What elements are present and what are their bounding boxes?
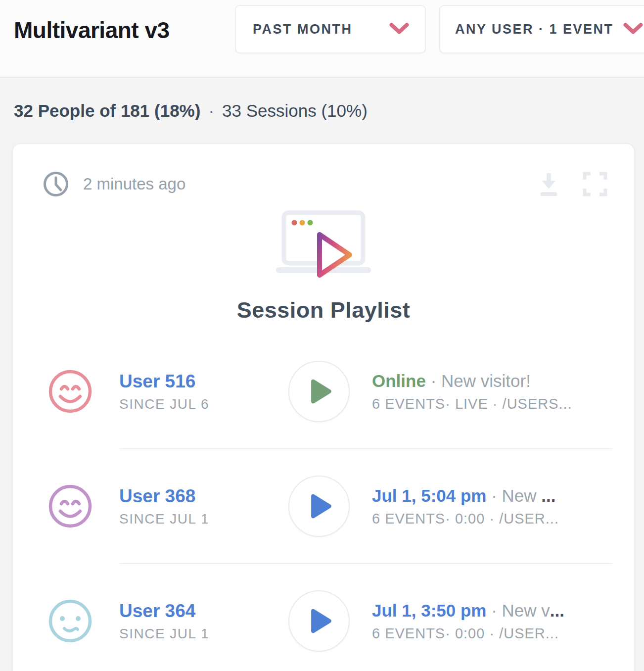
user-since-label: SINCE JUL 1 bbox=[119, 511, 264, 527]
session-list: User 516 SINCE JUL 6 Online · New visito… bbox=[13, 335, 634, 671]
session-status-block: Jul 1, 5:04 pm · New ... 6 EVENTS· 0:00 … bbox=[372, 486, 614, 527]
people-stat: 32 People of 181 (18%) bbox=[14, 101, 200, 120]
session-playlist-card: 2 minutes ago bbox=[12, 144, 635, 671]
card-toolbar-actions bbox=[537, 172, 607, 196]
play-session-button[interactable] bbox=[288, 590, 350, 652]
user-link[interactable]: User 364 bbox=[119, 601, 195, 622]
play-icon bbox=[310, 608, 332, 634]
chevron-down-icon bbox=[389, 23, 409, 36]
user-name-block: User 364 SINCE JUL 1 bbox=[119, 601, 264, 642]
fullscreen-icon[interactable] bbox=[583, 172, 607, 196]
browser-play-illustration-icon bbox=[273, 210, 374, 279]
date-range-label: PAST MONTH bbox=[253, 22, 353, 37]
play-icon bbox=[310, 493, 332, 520]
user-avatar-smiley-icon bbox=[47, 369, 93, 414]
user-avatar-smiley-icon bbox=[47, 483, 93, 529]
clock-icon bbox=[43, 171, 69, 197]
funnel-stats-bar: 32 People of 181 (18%)·33 Sessions (10%) bbox=[14, 101, 368, 121]
user-name-block: User 368 SINCE JUL 1 bbox=[119, 486, 264, 527]
session-meta: 6 EVENTS· LIVE · /USERS... bbox=[372, 396, 614, 412]
session-status-block: Online · New visitor! 6 EVENTS· LIVE · /… bbox=[372, 371, 614, 412]
session-status-extra: · New visitor! bbox=[426, 371, 531, 390]
download-icon[interactable] bbox=[537, 172, 560, 196]
user-link[interactable]: User 516 bbox=[119, 371, 195, 392]
play-session-button[interactable] bbox=[288, 476, 350, 537]
session-meta: 6 EVENTS· 0:00 · /USER... bbox=[372, 625, 614, 642]
play-session-button[interactable] bbox=[288, 361, 350, 422]
play-icon bbox=[310, 378, 332, 405]
session-meta: 6 EVENTS· 0:00 · /USER... bbox=[372, 511, 614, 527]
user-since-label: SINCE JUL 6 bbox=[119, 396, 264, 412]
session-row[interactable]: User 364 SINCE JUL 1 Jul 1, 3:50 pm · Ne… bbox=[13, 564, 634, 671]
card-title: Session Playlist bbox=[13, 297, 634, 323]
card-toolbar: 2 minutes ago bbox=[43, 170, 607, 198]
filter-button[interactable]: ANY USER · 1 EVENT bbox=[439, 5, 644, 53]
filter-label: ANY USER · 1 EVENT bbox=[455, 22, 614, 37]
header-bar: Multivariant v3 PAST MONTH ANY USER · 1 … bbox=[0, 0, 644, 78]
page-title: Multivariant v3 bbox=[14, 17, 170, 44]
session-status-block: Jul 1, 3:50 pm · New v... 6 EVENTS· 0:00… bbox=[372, 601, 614, 642]
session-status-extra: · New v bbox=[486, 601, 550, 620]
session-status: Online bbox=[372, 371, 426, 390]
session-status-truncation: ... bbox=[550, 601, 564, 620]
stats-separator: · bbox=[208, 101, 214, 120]
session-status: Jul 1, 5:04 pm bbox=[372, 486, 486, 505]
session-playlist-illustration bbox=[13, 210, 634, 279]
user-avatar-smirk-icon bbox=[47, 598, 93, 644]
user-name-block: User 516 SINCE JUL 6 bbox=[119, 371, 264, 412]
session-row[interactable]: User 368 SINCE JUL 1 Jul 1, 5:04 pm · Ne… bbox=[13, 449, 634, 563]
session-status: Jul 1, 3:50 pm bbox=[372, 601, 486, 620]
date-range-button[interactable]: PAST MONTH bbox=[235, 5, 426, 53]
session-status-extra: · New bbox=[486, 486, 541, 505]
session-row[interactable]: User 516 SINCE JUL 6 Online · New visito… bbox=[13, 335, 634, 448]
chevron-down-icon bbox=[623, 23, 643, 36]
session-status-truncation: ... bbox=[541, 486, 555, 505]
user-link[interactable]: User 368 bbox=[119, 486, 195, 507]
last-updated-text: 2 minutes ago bbox=[83, 175, 185, 193]
sessions-stat: 33 Sessions (10%) bbox=[222, 101, 368, 120]
user-since-label: SINCE JUL 1 bbox=[119, 626, 264, 642]
